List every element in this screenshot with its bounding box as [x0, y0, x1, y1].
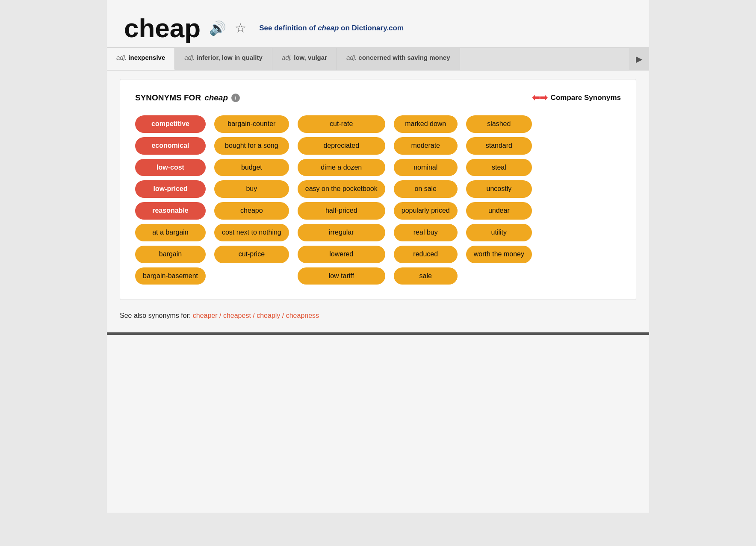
synonym-col-2: bargain-counter bought for a song budget…	[214, 115, 289, 263]
synonyms-content: SYNONYMS FOR cheap i ⬅➡ Compare Synonyms…	[120, 79, 636, 300]
pill-easy-on-the-pocketbook[interactable]: easy on the pocketbook	[298, 180, 385, 198]
synonyms-label: SYNONYMS FOR	[135, 93, 201, 103]
synonyms-header: SYNONYMS FOR cheap i ⬅➡ Compare Synonyms	[135, 92, 621, 103]
synonym-col-1: competitive economical low-cost low-pric…	[135, 115, 206, 285]
pill-popularly-priced[interactable]: popularly priced	[394, 202, 458, 220]
pill-moderate[interactable]: moderate	[394, 137, 458, 155]
pill-low-cost[interactable]: low-cost	[135, 159, 206, 176]
tab-next-arrow[interactable]: ▶	[629, 48, 649, 70]
dictionary-link[interactable]: See definition of cheap on Dictionary.co…	[259, 24, 404, 32]
tab-saving-money[interactable]: adj. concerned with saving money	[337, 48, 460, 70]
pill-reduced[interactable]: reduced	[394, 246, 458, 263]
see-also: See also synonyms for: cheaper / cheapes…	[120, 312, 636, 320]
tab-low-vulgar[interactable]: adj. low, vulgar	[272, 48, 337, 70]
pill-undear[interactable]: undear	[466, 202, 532, 220]
pill-low-tariff[interactable]: low tariff	[298, 267, 385, 285]
pill-bought-for-a-song[interactable]: bought for a song	[214, 137, 289, 155]
pill-standard[interactable]: standard	[466, 137, 532, 155]
word-title: cheap	[124, 13, 201, 43]
pill-reasonable[interactable]: reasonable	[135, 202, 206, 220]
pill-lowered[interactable]: lowered	[298, 246, 385, 263]
compare-synonyms-button[interactable]: ⬅➡ Compare Synonyms	[532, 92, 621, 103]
pill-depreciated[interactable]: depreciated	[298, 137, 385, 155]
tab-inferior[interactable]: adj. inferior, low in quality	[175, 48, 272, 70]
pill-at-a-bargain[interactable]: at a bargain	[135, 224, 206, 241]
pill-bargain-basement[interactable]: bargain-basement	[135, 267, 206, 285]
synonyms-title: SYNONYMS FOR cheap i	[135, 93, 240, 103]
tabs-bar: adj. inexpensive adj. inferior, low in q…	[107, 47, 649, 70]
bottom-bar	[107, 332, 649, 335]
separator-1: /	[219, 312, 223, 319]
see-also-prefix: See also synonyms for:	[120, 312, 191, 319]
link-cheaper[interactable]: cheaper	[193, 312, 218, 319]
pill-slashed[interactable]: slashed	[466, 115, 532, 133]
pill-cut-rate[interactable]: cut-rate	[298, 115, 385, 133]
compare-synonyms-label: Compare Synonyms	[551, 94, 621, 102]
synonym-col-3: cut-rate depreciated dime a dozen easy o…	[298, 115, 385, 285]
pill-marked-down[interactable]: marked down	[394, 115, 458, 133]
pill-steal[interactable]: steal	[466, 159, 532, 176]
pill-on-sale[interactable]: on sale	[394, 180, 458, 198]
pill-uncostly[interactable]: uncostly	[466, 180, 532, 198]
synonym-col-5: slashed standard steal uncostly undear u…	[466, 115, 532, 263]
pill-buy[interactable]: buy	[214, 180, 289, 198]
pill-worth-the-money[interactable]: worth the money	[466, 246, 532, 263]
pill-cost-next-to-nothing[interactable]: cost next to nothing	[214, 224, 289, 241]
pill-irregular[interactable]: irregular	[298, 224, 385, 241]
link-cheapest[interactable]: cheapest	[223, 312, 251, 319]
page-wrapper: cheap 🔊 ☆ See definition of cheap on Dic…	[107, 0, 649, 513]
pill-nominal[interactable]: nominal	[394, 159, 458, 176]
separator-3: /	[282, 312, 286, 319]
compare-arrows-icon: ⬅➡	[532, 92, 547, 103]
pill-budget[interactable]: budget	[214, 159, 289, 176]
pill-utility[interactable]: utility	[466, 224, 532, 241]
pill-dime-a-dozen[interactable]: dime a dozen	[298, 159, 385, 176]
tab-inexpensive[interactable]: adj. inexpensive	[107, 48, 175, 70]
pill-competitive[interactable]: competitive	[135, 115, 206, 133]
link-cheapness[interactable]: cheapness	[286, 312, 319, 319]
pill-bargain-counter[interactable]: bargain-counter	[214, 115, 289, 133]
pill-cut-price[interactable]: cut-price	[214, 246, 289, 263]
pill-low-priced[interactable]: low-priced	[135, 180, 206, 198]
synonym-grid: competitive economical low-cost low-pric…	[135, 115, 621, 285]
pill-sale[interactable]: sale	[394, 267, 458, 285]
pill-half-priced[interactable]: half-priced	[298, 202, 385, 220]
dict-link-text: See definition of cheap on Dictionary.co…	[259, 24, 404, 32]
synonyms-word: cheap	[204, 93, 228, 103]
pill-cheapo[interactable]: cheapo	[214, 202, 289, 220]
pill-economical[interactable]: economical	[135, 137, 206, 155]
pill-real-buy[interactable]: real buy	[394, 224, 458, 241]
synonym-col-4: marked down moderate nominal on sale pop…	[394, 115, 458, 285]
see-also-links[interactable]: cheaper / cheapest / cheaply / cheapness	[193, 312, 319, 319]
header: cheap 🔊 ☆ See definition of cheap on Dic…	[107, 0, 649, 47]
star-icon[interactable]: ☆	[235, 21, 246, 35]
info-icon[interactable]: i	[231, 94, 240, 102]
speaker-icon[interactable]: 🔊	[209, 20, 226, 36]
link-cheaply[interactable]: cheaply	[257, 312, 280, 319]
separator-2: /	[253, 312, 257, 319]
pill-bargain[interactable]: bargain	[135, 246, 206, 263]
